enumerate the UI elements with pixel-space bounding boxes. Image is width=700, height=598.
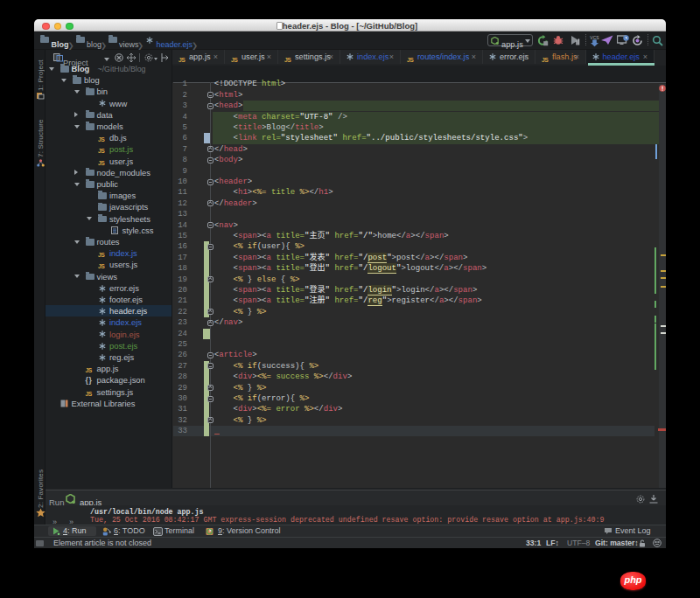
svg-text:VCS: VCS xyxy=(590,34,599,39)
